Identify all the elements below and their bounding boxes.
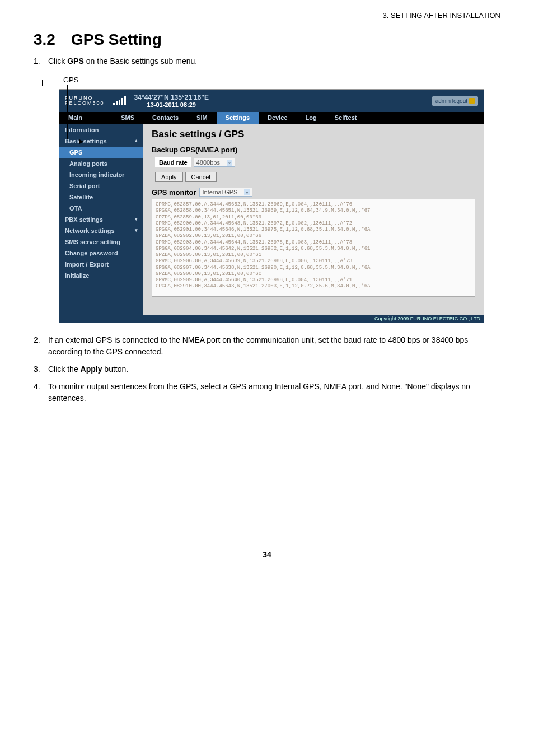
sidebar: Information Basic settings GPS Analog po…: [59, 124, 143, 315]
lock-icon: [469, 98, 475, 104]
menu-sms[interactable]: SMS: [112, 112, 143, 124]
sidebar-item-information[interactable]: Information: [59, 124, 143, 136]
cancel-button[interactable]: Cancel: [185, 172, 217, 182]
indicator-arrow: [67, 139, 83, 144]
backup-heading: Backup GPS(NMEA port): [152, 146, 475, 154]
header-context: 3. SETTING AFTER INSTALLATION: [34, 11, 500, 20]
gps-callout: GPS: [63, 76, 78, 84]
section-title: GPS Setting: [71, 31, 162, 48]
sidebar-item-incoming-indicator[interactable]: Incoming indicator: [59, 169, 143, 180]
section-number: 3.2: [34, 31, 55, 48]
menu-bar: Main SMS Contacts SIM Settings Device Lo…: [59, 112, 484, 124]
coords-text: 34°44'27"N 135°21'16"E: [134, 94, 209, 101]
step-number: 3.: [34, 363, 48, 375]
menu-sim[interactable]: SIM: [188, 112, 217, 124]
step-number: 1.: [34, 55, 48, 67]
baud-rate-select[interactable]: 4800bps v: [194, 158, 235, 167]
step-1: 1. Click GPS on the Basic settings sub m…: [34, 55, 500, 67]
step-body: To monitor output sentences from the GPS…: [48, 381, 500, 404]
gps-monitor-label: GPS monitor: [152, 188, 196, 197]
step-bold: GPS: [67, 57, 84, 66]
menu-contacts[interactable]: Contacts: [143, 112, 188, 124]
menu-settings[interactable]: Settings: [217, 112, 259, 124]
callout-brace: [42, 80, 59, 86]
sidebar-item-initialize[interactable]: Initialize: [59, 270, 143, 281]
logout-button[interactable]: admin logout: [432, 96, 478, 106]
gps-monitor-select[interactable]: Internal GPS v: [199, 188, 252, 197]
copyright-footer: Copyright 2009 FURUNO ELECTRIC CO., LTD: [59, 315, 484, 323]
indicator-line: [67, 85, 68, 139]
app-window: FURUNO FELCOM500 34°44'27"N 135°21'16"E …: [59, 89, 484, 323]
page-number: 34: [34, 550, 500, 559]
step-number: 2.: [34, 334, 48, 358]
step-4: 4. To monitor output sentences from the …: [34, 381, 500, 404]
step-body: Click the Apply button.: [48, 363, 500, 375]
sidebar-item-network-settings[interactable]: Network settings: [59, 225, 143, 236]
section-heading: 3.2GPS Setting: [34, 31, 500, 49]
step-bold: Apply: [81, 365, 102, 374]
sidebar-item-satellite[interactable]: Satellite: [59, 192, 143, 203]
chevron-down-icon: v: [227, 160, 232, 166]
content-area: Basic settings / GPS Backup GPS(NMEA por…: [143, 124, 484, 315]
step-body: If an external GPS is connected to the N…: [48, 334, 500, 358]
menu-selftest[interactable]: Selftest: [326, 112, 366, 124]
sidebar-item-pbx-settings[interactable]: PBX settings: [59, 214, 143, 225]
signal-icon: [113, 96, 126, 105]
menu-device[interactable]: Device: [259, 112, 296, 124]
baud-rate-value: 4800bps: [196, 159, 220, 166]
gps-monitor-value: Internal GPS: [202, 189, 237, 195]
sidebar-item-change-password[interactable]: Change password: [59, 248, 143, 259]
logout-label: admin logout: [435, 98, 467, 104]
step-text: on the Basic settings sub menu.: [84, 57, 197, 66]
sidebar-item-import-export[interactable]: Import / Export: [59, 259, 143, 270]
sidebar-item-label: PBX settings: [65, 216, 103, 223]
step-body: Click GPS on the Basic settings sub menu…: [48, 55, 500, 67]
menu-main[interactable]: Main: [59, 112, 91, 124]
datetime-text: 13-01-2011 08:29: [134, 101, 209, 108]
model-name: FELCOM500: [65, 101, 105, 106]
sidebar-item-label: Network settings: [65, 227, 115, 234]
apply-button[interactable]: Apply: [155, 172, 183, 182]
baud-rate-label: Baud rate: [155, 157, 191, 167]
menu-log[interactable]: Log: [297, 112, 326, 124]
step-3: 3. Click the Apply button.: [34, 363, 500, 375]
step-text: button.: [102, 365, 128, 374]
gps-console: GPRMC,082857.00,A,3444.45652,N,13521.269…: [152, 199, 475, 297]
chevron-down-icon: v: [244, 189, 250, 195]
step-number: 4.: [34, 381, 48, 404]
app-header: FURUNO FELCOM500 34°44'27"N 135°21'16"E …: [59, 90, 484, 112]
sidebar-item-analog-ports[interactable]: Analog ports: [59, 158, 143, 169]
step-text: Click the: [48, 365, 81, 374]
content-title: Basic settings / GPS: [152, 129, 475, 140]
sidebar-item-sms-server[interactable]: SMS server setting: [59, 236, 143, 248]
sidebar-item-serial-port[interactable]: Serial port: [59, 180, 143, 192]
brand-block: FURUNO FELCOM500: [65, 96, 105, 106]
step-2: 2. If an external GPS is connected to th…: [34, 334, 500, 358]
sidebar-item-gps[interactable]: GPS: [59, 147, 143, 158]
sidebar-item-ota[interactable]: OTA: [59, 203, 143, 214]
step-text: Click: [48, 57, 67, 66]
header-coords: 34°44'27"N 135°21'16"E 13-01-2011 08:29: [134, 94, 209, 108]
